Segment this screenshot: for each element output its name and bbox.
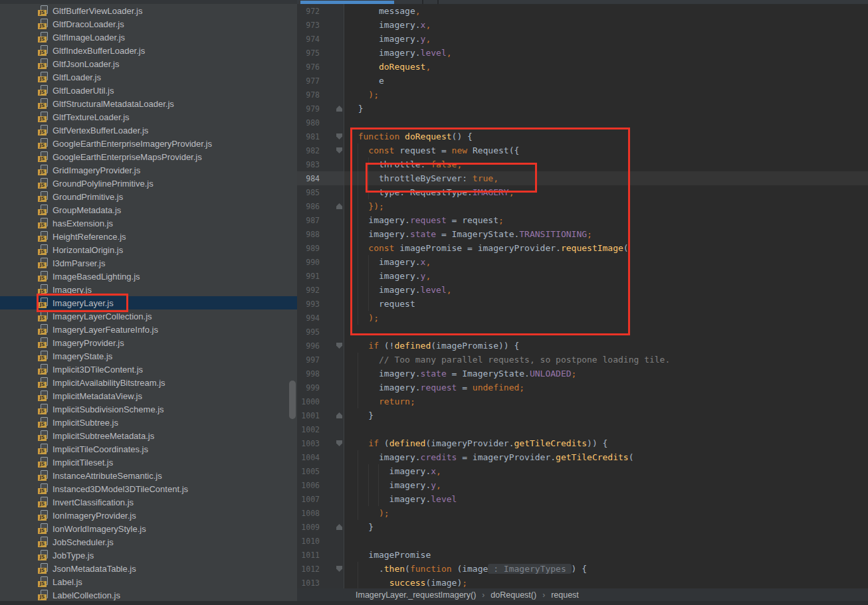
tree-item-gltfvertexbufferloader[interactable]: JSGltfVertexBufferLoader.js (0, 124, 297, 137)
tree-item-gltfloader[interactable]: JSGltfLoader.js (0, 70, 297, 84)
code-line-1004[interactable]: 1004 imagery.credits = imageryProvider.g… (297, 450, 868, 464)
tree-item-gltfimageloader[interactable]: JSGltfImageLoader.js (0, 31, 297, 44)
code-line-999[interactable]: 999 imagery.request = undefined; (297, 381, 868, 394)
tree-item-imagerylayer[interactable]: JSImageryLayer.js (0, 296, 297, 309)
code-line-997[interactable]: 997 // Too many parallel requests, so po… (297, 353, 868, 367)
tree-item-gltfindexbufferloader[interactable]: JSGltfIndexBufferLoader.js (0, 44, 297, 57)
tree-item-imagerylayercollection[interactable]: JSImageryLayerCollection.js (0, 309, 297, 323)
code-line-982[interactable]: 982 const request = new Request({ (297, 143, 868, 157)
tree-item-groundprimitive[interactable]: JSGroundPrimitive.js (0, 190, 297, 203)
tree-item-googleearthenterprisemapsprovider[interactable]: JSGoogleEarthEnterpriseMapsProvider.js (0, 150, 297, 163)
code-line-987[interactable]: 987 imagery.request = request; (297, 213, 868, 227)
fold-collapse-icon[interactable] (336, 343, 342, 349)
fold-end-icon[interactable] (336, 203, 342, 209)
tree-item-i3dmparser[interactable]: JSI3dmParser.js (0, 256, 297, 270)
code-line-1003[interactable]: 1003 if (defined(imageryProvider.getTile… (297, 436, 868, 450)
tree-item-implicitavailabilitybitstream[interactable]: JSImplicitAvailabilityBitstream.js (0, 376, 297, 389)
code-line-984[interactable]: 984 throttleByServer: true, (297, 171, 868, 185)
code-line-1006[interactable]: 1006 imagery.y, (297, 478, 868, 492)
code-line-1013[interactable]: 1013 success(image); (297, 576, 868, 588)
code-line-1012[interactable]: 1012 .then(function (image : ImageryType… (297, 562, 868, 576)
tree-item-implicitmetadataview[interactable]: JSImplicitMetadataView.js (0, 389, 297, 402)
tree-item-implicittileset[interactable]: JSImplicitTileset.js (0, 456, 297, 469)
code-line-994[interactable]: 994 ); (297, 311, 868, 325)
code-line-986[interactable]: 986 }); (297, 199, 868, 213)
tree-item-gltfstructuralmetadataloader[interactable]: JSGltfStructuralMetadataLoader.js (0, 97, 297, 110)
tree-item-groundpolylineprimitive[interactable]: JSGroundPolylinePrimitive.js (0, 177, 297, 190)
tree-item-gltftextureloader[interactable]: JSGltfTextureLoader.js (0, 110, 297, 124)
tree-scrollbar[interactable] (289, 381, 296, 419)
tree-item-implicitsubtreemetadata[interactable]: JSImplicitSubtreeMetadata.js (0, 429, 297, 442)
tree-item-implicittilecoordinates[interactable]: JSImplicitTileCoordinates.js (0, 442, 297, 456)
tree-item-hasextension[interactable]: JShasExtension.js (0, 216, 297, 230)
tree-item-invertclassification[interactable]: JSInvertClassification.js (0, 495, 297, 509)
code-line-985[interactable]: 985 type: RequestType.IMAGERY, (297, 185, 868, 199)
fold-end-icon[interactable] (336, 524, 342, 530)
tree-item-imagebasedlighting[interactable]: JSImageBasedLighting.js (0, 270, 297, 283)
fold-collapse-icon[interactable] (336, 440, 342, 446)
breadcrumb-item[interactable]: doRequest() (490, 590, 536, 600)
tree-item-groupmetadata[interactable]: JSGroupMetadata.js (0, 203, 297, 216)
code-editor[interactable]: 972 message,973 imagery.x,974 imagery.y,… (297, 4, 868, 588)
tree-item-jobscheduler[interactable]: JSJobScheduler.js (0, 535, 297, 549)
code-line-976[interactable]: 976 doRequest, (297, 60, 868, 74)
code-line-998[interactable]: 998 imagery.state = ImageryState.UNLOADE… (297, 367, 868, 381)
code-line-1000[interactable]: 1000 return; (297, 394, 868, 408)
tree-item-label[interactable]: JSLabel.js (0, 575, 297, 588)
tree-item-implicit3dtilecontent[interactable]: JSImplicit3DTileContent.js (0, 363, 297, 376)
tree-item-imagery[interactable]: JSImagery.js (0, 283, 297, 296)
code-line-980[interactable]: 980 (297, 116, 868, 130)
tree-item-horizontalorigin[interactable]: JSHorizontalOrigin.js (0, 243, 297, 256)
tree-item-imagerystate[interactable]: JSImageryState.js (0, 349, 297, 363)
code-line-1008[interactable]: 1008 ); (297, 506, 868, 520)
code-line-991[interactable]: 991 imagery.y, (297, 269, 868, 283)
code-line-972[interactable]: 972 message, (297, 4, 868, 18)
tree-item-imageryprovider[interactable]: JSImageryProvider.js (0, 336, 297, 349)
code-line-990[interactable]: 990 imagery.x, (297, 255, 868, 269)
code-line-995[interactable]: 995 (297, 325, 868, 339)
code-line-974[interactable]: 974 imagery.y, (297, 32, 868, 46)
tree-item-implicitsubdivisionscheme[interactable]: JSImplicitSubdivisionScheme.js (0, 402, 297, 416)
tree-item-implicitsubtree[interactable]: JSImplicitSubtree.js (0, 416, 297, 429)
fold-end-icon[interactable] (336, 412, 342, 418)
code-line-1007[interactable]: 1007 imagery.level (297, 492, 868, 506)
tree-item-labelcollection[interactable]: JSLabelCollection.js (0, 588, 297, 601)
tree-item-jsonmetadatatable[interactable]: JSJsonMetadataTable.js (0, 562, 297, 575)
tree-item-ionimageryprovider[interactable]: JSIonImageryProvider.js (0, 509, 297, 522)
breadcrumb-item[interactable]: ImageryLayer._requestImagery() (356, 590, 476, 600)
code-line-993[interactable]: 993 request (297, 297, 868, 311)
code-line-975[interactable]: 975 imagery.level, (297, 46, 868, 60)
tree-item-jobtype[interactable]: JSJobType.js (0, 549, 297, 562)
tree-item-gltfjsonloader[interactable]: JSGltfJsonLoader.js (0, 57, 297, 70)
code-line-1010[interactable]: 1010 (297, 534, 868, 548)
fold-collapse-icon[interactable] (336, 147, 342, 153)
fold-end-icon[interactable] (336, 106, 342, 112)
tree-item-gltfdracoloader[interactable]: JSGltfDracoLoader.js (0, 17, 297, 31)
code-line-978[interactable]: 978 ); (297, 88, 868, 102)
tree-item-gridimageryprovider[interactable]: JSGridImageryProvider.js (0, 163, 297, 177)
code-line-981[interactable]: 981 function doRequest() { (297, 130, 868, 143)
code-line-979[interactable]: 979 } (297, 102, 868, 116)
code-line-1002[interactable]: 1002 (297, 422, 868, 436)
code-line-989[interactable]: 989 const imagePromise = imageryProvider… (297, 241, 868, 255)
code-line-988[interactable]: 988 imagery.state = ImageryState.TRANSIT… (297, 227, 868, 241)
tree-item-imagerylayerfeatureinfo[interactable]: JSImageryLayerFeatureInfo.js (0, 323, 297, 336)
breadcrumb-item[interactable]: request (551, 590, 579, 600)
code-line-1005[interactable]: 1005 imagery.x, (297, 464, 868, 478)
tree-item-instanced3dmodel3dtilecontent[interactable]: JSInstanced3DModel3DTileContent.js (0, 482, 297, 495)
code-line-1011[interactable]: 1011 imagePromise (297, 548, 868, 562)
tree-item-instanceattributesemantic[interactable]: JSInstanceAttributeSemantic.js (0, 469, 297, 482)
tree-item-heightreference[interactable]: JSHeightReference.js (0, 230, 297, 243)
code-line-973[interactable]: 973 imagery.x, (297, 18, 868, 32)
code-line-996[interactable]: 996 if (!defined(imagePromise)) { (297, 339, 868, 353)
fold-collapse-icon[interactable] (336, 133, 342, 139)
tree-item-gltfbufferviewloader[interactable]: JSGltfBufferViewLoader.js (0, 4, 297, 17)
code-line-1009[interactable]: 1009 } (297, 520, 868, 534)
code-line-977[interactable]: 977 e (297, 74, 868, 88)
tree-item-gltfloaderutil[interactable]: JSGltfLoaderUtil.js (0, 84, 297, 97)
fold-collapse-icon[interactable] (336, 566, 342, 572)
code-line-992[interactable]: 992 imagery.level, (297, 283, 868, 297)
tree-item-ionworldimagerystyle[interactable]: JSIonWorldImageryStyle.js (0, 522, 297, 535)
tree-item-googleearthenterpriseimageryprovider[interactable]: JSGoogleEarthEnterpriseImageryProvider.j… (0, 137, 297, 150)
code-line-983[interactable]: 983 throttle: false, (297, 157, 868, 171)
